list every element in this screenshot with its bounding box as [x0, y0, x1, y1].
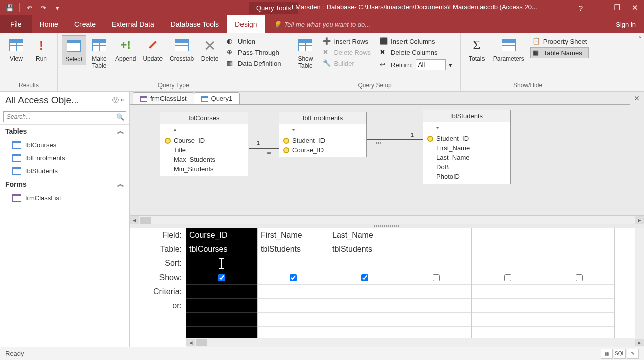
return-control[interactable]: ↩Return: ▾	[378, 58, 454, 71]
field-star[interactable]: *	[427, 124, 506, 134]
tab-external-data[interactable]: External Data	[104, 15, 163, 33]
parameters-button[interactable]: Parameters	[490, 35, 527, 64]
join-line[interactable]	[367, 139, 423, 140]
nav-dropdown-icon[interactable]: ⓥ	[112, 96, 119, 105]
grid-vscrollbar[interactable]	[635, 228, 644, 347]
pass-through-button[interactable]: ⊕Pass-Through	[225, 47, 283, 57]
tab-database-tools[interactable]: Database Tools	[163, 15, 227, 33]
view-button[interactable]: View	[4, 35, 28, 64]
tab-create[interactable]: Create	[66, 15, 104, 33]
field-minstudents[interactable]: Min_Students	[165, 164, 244, 174]
nav-item-tblcourses[interactable]: tblCourses	[0, 138, 129, 151]
field-lastname[interactable]: Last_Name	[427, 153, 506, 162]
nav-item-tblenrolments[interactable]: tblEnrolments	[0, 151, 129, 164]
field-courseid[interactable]: Course_ID	[165, 136, 244, 145]
field-studentid[interactable]: Student_ID	[427, 134, 506, 143]
view-design-icon[interactable]: ✎	[627, 349, 639, 359]
delete-rows-button[interactable]: ✖Delete Rows	[320, 47, 373, 57]
tell-me-input[interactable]: 💡Tell me what you want to do...	[265, 15, 379, 33]
query-grid: Field: Table: Sort: Show: Criteria: or: …	[130, 228, 644, 347]
update-button[interactable]: Update	[140, 35, 166, 64]
help-button[interactable]: ?	[572, 0, 590, 15]
table-names-button[interactable]: ▦Table Names	[530, 47, 589, 58]
field-courseid[interactable]: Course_ID	[283, 145, 362, 155]
data-definition-button[interactable]: ▦Data Definition	[225, 58, 283, 68]
builder-button[interactable]: 🔧Builder	[320, 58, 373, 68]
table-tblcourses[interactable]: tblCourses * Course_ID Title Max_Student…	[160, 112, 248, 176]
tab-file[interactable]: File	[0, 15, 32, 33]
view-datasheet-icon[interactable]: ▦	[601, 349, 613, 359]
search-icon[interactable]: 🔍	[114, 111, 126, 122]
delete-query-button[interactable]: Delete	[198, 35, 222, 64]
insert-columns-button[interactable]: ⬛Insert Columns	[378, 36, 454, 46]
table-tblenrolments[interactable]: tblEnrolments * Student_ID Course_ID	[279, 112, 367, 157]
menu-bar: File Home Create External Data Database …	[0, 15, 644, 33]
tab-home[interactable]: Home	[32, 15, 66, 33]
select-query-button[interactable]: Select	[62, 35, 86, 65]
grid-row-headers: Field: Table: Sort: Show: Criteria: or:	[130, 228, 186, 347]
delete-columns-button[interactable]: ✖Delete Columns	[378, 47, 454, 57]
show-checkbox[interactable]	[361, 274, 368, 281]
grid-column[interactable]	[472, 228, 543, 347]
show-checkbox[interactable]	[433, 274, 440, 281]
field-maxstudents[interactable]: Max_Students	[165, 155, 244, 164]
table-tblstudents[interactable]: tblStudents * Student_ID First_Name Last…	[423, 110, 511, 184]
tab-frmclasslist[interactable]: frmClassList	[133, 92, 194, 104]
save-icon[interactable]: 💾	[3, 1, 16, 14]
undo-icon[interactable]: ↶	[23, 1, 36, 14]
maximize-button[interactable]: ❐	[608, 0, 626, 15]
nav-header[interactable]: All Access Obje... ⓥ«	[0, 92, 129, 109]
nav-item-frmclasslist[interactable]: frmClassList	[0, 191, 129, 204]
nav-item-tblstudents[interactable]: tblStudents	[0, 164, 129, 177]
show-checkbox[interactable]	[218, 274, 225, 281]
grid-column[interactable]: First_NametblStudents	[258, 228, 329, 347]
grid-hscrollbar[interactable]: ◂▸	[186, 338, 644, 347]
tab-query1[interactable]: Query1	[194, 92, 240, 104]
diagram-hscrollbar[interactable]: ◂▸	[130, 215, 644, 224]
insert-rows-button[interactable]: ➕Insert Rows	[320, 36, 373, 46]
redo-icon[interactable]: ↷	[37, 1, 50, 14]
contextual-tab-label: Query Tools	[249, 2, 298, 14]
field-dob[interactable]: DoB	[427, 162, 506, 172]
run-button[interactable]: !Run	[29, 35, 53, 64]
collapse-ribbon-icon[interactable]: ˄	[638, 35, 642, 43]
field-firstname[interactable]: First_Name	[427, 143, 506, 153]
view-sql-icon[interactable]: SQL	[614, 349, 626, 359]
crosstab-button[interactable]: Crosstab	[167, 35, 197, 64]
document-tabs: frmClassList Query1	[130, 92, 630, 105]
grid-column[interactable]	[400, 228, 472, 347]
show-table-button[interactable]: Show Table	[293, 35, 317, 72]
grid-column[interactable]	[543, 228, 615, 347]
relationship-diagram[interactable]: tblCourses * Course_ID Title Max_Student…	[130, 105, 644, 224]
tab-design[interactable]: Design	[227, 15, 265, 33]
close-button[interactable]: ✕	[626, 0, 644, 15]
show-checkbox[interactable]	[290, 274, 297, 281]
property-sheet-button[interactable]: 📋Property Sheet	[530, 36, 589, 46]
field-studentid[interactable]: Student_ID	[283, 136, 362, 145]
field-star[interactable]: *	[283, 126, 362, 136]
grid-column[interactable]: Last_NametblStudents	[329, 228, 400, 347]
field-star[interactable]: *	[165, 126, 244, 136]
show-checkbox[interactable]	[504, 274, 511, 281]
nav-group-forms[interactable]: Forms︽	[0, 177, 129, 191]
nav-group-tables[interactable]: Tables︽	[0, 125, 129, 138]
union-button[interactable]: ◐Union	[225, 36, 283, 46]
return-input[interactable]	[416, 59, 446, 70]
field-photoid[interactable]: PhotoID	[427, 172, 506, 182]
design-area: frmClassList Query1 ✕ tblCourses * Cours…	[130, 92, 644, 347]
totals-button[interactable]: ΣTotals	[465, 35, 489, 64]
append-button[interactable]: +!Append	[112, 35, 139, 64]
join-line[interactable]	[249, 148, 279, 149]
nav-collapse-icon[interactable]: «	[121, 96, 124, 105]
grid-column[interactable]: Course_IDtblCourses	[186, 228, 258, 347]
show-checkbox[interactable]	[576, 274, 583, 281]
row-show-label: Show:	[130, 270, 186, 285]
sign-in-link[interactable]: Sign in	[608, 15, 644, 33]
splitter[interactable]	[130, 224, 644, 228]
field-title[interactable]: Title	[165, 145, 244, 155]
nav-search-input[interactable]	[3, 111, 114, 122]
close-tab-icon[interactable]: ✕	[630, 92, 644, 104]
qat-customize-icon[interactable]: ▾	[51, 1, 64, 14]
minimize-button[interactable]: –	[590, 0, 608, 15]
make-table-button[interactable]: Make Table	[87, 35, 111, 72]
